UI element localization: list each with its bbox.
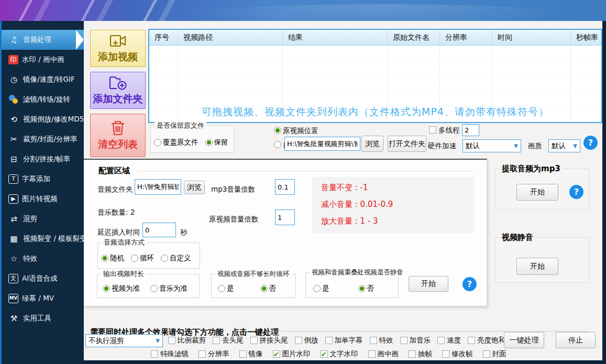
- clear-list-button[interactable]: 清空列表: [90, 114, 146, 157]
- extract-mp3-start-button[interactable]: 开始: [516, 184, 558, 201]
- column-header-time[interactable]: 时间: [492, 30, 571, 45]
- checkbox-icon: [213, 337, 220, 344]
- checkbox-picture-in-picture[interactable]: 画中画: [368, 349, 399, 359]
- sidebar-item-subtitle[interactable]: T 字幕添加: [2, 169, 84, 189]
- column-header-video-path[interactable]: 视频路径: [178, 30, 283, 45]
- audio-folder-input[interactable]: [135, 179, 181, 195]
- checkbox-label: 镜像: [249, 349, 263, 359]
- radio-selected-icon: [103, 285, 110, 292]
- sidebar-item-mix-cut[interactable]: ⇄ 混剪: [2, 209, 84, 229]
- add-folder-button[interactable]: 添加文件夹: [90, 72, 146, 109]
- duration-video-radio[interactable]: 视频为准: [103, 284, 140, 293]
- start-button[interactable]: 开始: [409, 276, 448, 292]
- mix-cut-mode-dropdown[interactable]: 不执行混剪 ▼: [85, 334, 163, 347]
- output-path-input[interactable]: [284, 137, 360, 151]
- column-header-fps[interactable]: 秒帧率: [571, 30, 601, 45]
- sidebar-item-audio-processing[interactable]: ♫ 音频处理: [2, 30, 84, 50]
- sidebar-item-green-screen-mv[interactable]: MV 绿幕 / MV: [2, 289, 84, 308]
- browse-audio-folder-button[interactable]: 浏览: [184, 181, 205, 194]
- column-header-resolution[interactable]: 分辨率: [440, 30, 492, 45]
- audio-select-custom-label: 自定义: [170, 253, 191, 263]
- table-body-dropzone[interactable]: 可拖拽视频、视频文件夹到列表内（文件格式为MP4、请勿带有特殊符号）: [149, 46, 601, 122]
- orig-volume-input[interactable]: [275, 209, 295, 225]
- ai-voice-icon: 文: [8, 274, 18, 283]
- help-icon[interactable]: ?: [569, 185, 583, 199]
- checkbox-reverse[interactable]: 倒放: [295, 336, 318, 345]
- checkbox-resolution[interactable]: 分辨率: [199, 349, 229, 359]
- checkbox-trim-ends[interactable]: 去头尾: [213, 336, 244, 345]
- sidebar-item-filter-transition[interactable]: 滤镜/转场/旋转: [2, 90, 84, 109]
- volume-unchanged-note: 音量不变 : -1: [321, 183, 474, 193]
- browse-output-button[interactable]: 浏览: [361, 136, 383, 152]
- sidebar-item-ai-voice[interactable]: 文 AI语音合成: [2, 269, 84, 289]
- overlap-mute-no-radio[interactable]: 否: [358, 284, 374, 293]
- checkbox-modify-frame[interactable]: 修改帧: [442, 349, 473, 359]
- audio-select-loop-radio[interactable]: 循环: [131, 253, 154, 263]
- radio-icon: [218, 285, 225, 292]
- checkbox-cover[interactable]: 封面: [483, 349, 506, 359]
- multithread-label: 多线程: [438, 126, 460, 134]
- sidebar-item-video-fission[interactable]: ▦ 视频裂变 / 模板裂变: [2, 229, 84, 249]
- sidebar-item-image-to-video[interactable]: ▶ 图片转视频: [2, 189, 84, 209]
- sidebar-item-effects[interactable]: ☆ 特效: [2, 249, 84, 269]
- duration-music-radio[interactable]: 音乐为准: [150, 284, 188, 293]
- column-header-filename[interactable]: 原始文件名: [388, 30, 440, 45]
- overlap-mute-yes-radio[interactable]: 是: [313, 284, 329, 293]
- loop-no-label: 否: [269, 284, 277, 293]
- sidebar-item-mirror-speed-gif[interactable]: ◷ 镜像/速度/转GIF: [2, 70, 84, 90]
- sidebar-item-reverse-md5[interactable]: ⟲ 视频倒放/修改MD5: [2, 109, 84, 129]
- add-video-button[interactable]: 添加视频: [90, 30, 146, 67]
- checkbox-add-music[interactable]: 加音乐: [400, 336, 431, 345]
- checkbox-effects[interactable]: 特效: [370, 336, 393, 345]
- audio-select-custom-radio[interactable]: 自定义: [161, 253, 191, 263]
- checkbox-special-filter[interactable]: 特殊滤镜: [151, 349, 189, 359]
- keep-original-radio[interactable]: 保留: [205, 138, 228, 147]
- mp3-volume-input[interactable]: [275, 179, 295, 195]
- batch-process-button[interactable]: 一键处理: [504, 332, 544, 348]
- loop-no-radio[interactable]: 否: [260, 284, 277, 293]
- radio-icon: [274, 141, 281, 148]
- quality-dropdown[interactable]: 默认 ▼: [548, 139, 580, 152]
- original-location-radio[interactable]: 原视频位置: [274, 126, 318, 135]
- multithread-count-input[interactable]: [462, 124, 479, 136]
- checkbox-ratio-crop[interactable]: 比例裁剪: [168, 336, 206, 345]
- column-header-index[interactable]: 序号: [149, 30, 178, 45]
- help-icon[interactable]: ?: [462, 277, 477, 291]
- keep-original-group-label: 是否保留原文件: [155, 122, 206, 130]
- hw-accel-dropdown[interactable]: 默认 ▼: [462, 139, 521, 152]
- open-folder-button[interactable]: 打开文件夹: [388, 136, 426, 152]
- scissors-icon: ✂: [8, 134, 19, 145]
- checkbox-single-subtitle[interactable]: 加单字幕: [325, 336, 363, 345]
- sidebar-item-watermark[interactable]: 印 水印 / 画中画: [2, 50, 84, 70]
- sidebar-item-split-join[interactable]: ⊟ 分割/拼接/帧率: [2, 149, 84, 169]
- checkbox-join-ends[interactable]: 拼接头尾: [250, 336, 288, 345]
- checkbox-text-watermark[interactable]: ✔ 文字水印: [321, 349, 358, 359]
- sidebar-item-label: 滤镜/转场/旋转: [23, 95, 70, 104]
- sidebar-item-label: AI语音合成: [22, 274, 57, 283]
- column-header-result[interactable]: 结果: [283, 30, 388, 45]
- overwrite-original-radio[interactable]: 覆盖原文件: [154, 138, 199, 147]
- video-mute-start-button[interactable]: 开始: [516, 258, 558, 275]
- batch-checkbox-row-1: 比例裁剪 去头尾 拼接头尾 倒放 加单字幕 特效 加音乐 速度: [168, 336, 513, 345]
- sidebar-item-crop-cover[interactable]: ✂ 裁剪/封面/分辨率: [2, 129, 84, 149]
- checkbox-image-watermark[interactable]: ✔ 图片水印: [273, 349, 311, 359]
- duration-video-label: 视频为准: [112, 284, 140, 293]
- checkbox-mirror[interactable]: 镜像: [239, 349, 263, 359]
- checkbox-frame-extract[interactable]: 抽帧: [409, 349, 432, 359]
- stop-button[interactable]: 停止: [556, 332, 596, 348]
- sidebar: ♫ 音频处理 印 水印 / 画中画 ◷ 镜像/速度/转GIF 滤镜/转场/旋转 …: [0, 21, 84, 364]
- delay-label: 延迟插入时间: [97, 228, 140, 236]
- clear-list-label: 清空列表: [98, 138, 138, 151]
- audio-select-random-radio[interactable]: 随机: [101, 253, 124, 263]
- delay-input[interactable]: [142, 223, 176, 237]
- split-frames-icon: ⊟: [8, 154, 19, 165]
- sidebar-item-utilities[interactable]: ⚒ 实用工具: [2, 308, 84, 328]
- loop-yes-radio[interactable]: 是: [218, 284, 234, 293]
- help-icon[interactable]: ?: [583, 136, 598, 150]
- loop-if-short-group-label: 视频或音频不够长时循环: [215, 270, 292, 278]
- main-content: 添加视频 添加文件夹 清空列表: [84, 21, 602, 360]
- checkbox-icon: [409, 350, 416, 358]
- checkbox-speed[interactable]: 速度: [437, 336, 461, 345]
- multithread-checkbox[interactable]: 多线程: [429, 126, 460, 134]
- film-grid-icon: ▦: [8, 234, 19, 245]
